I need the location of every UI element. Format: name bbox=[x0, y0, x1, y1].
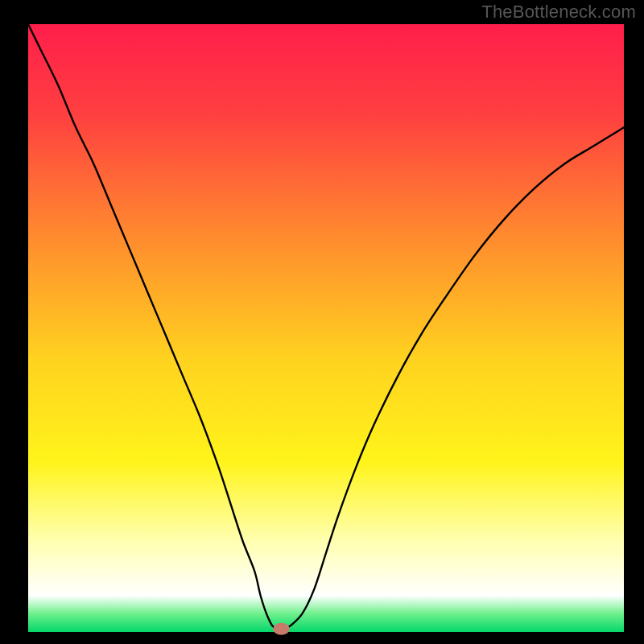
gradient-background bbox=[28, 24, 624, 632]
watermark-text: TheBottleneck.com bbox=[481, 2, 636, 23]
optimal-point-marker bbox=[273, 623, 290, 635]
chart-frame: TheBottleneck.com bbox=[0, 0, 644, 644]
bottleneck-chart bbox=[0, 0, 644, 644]
